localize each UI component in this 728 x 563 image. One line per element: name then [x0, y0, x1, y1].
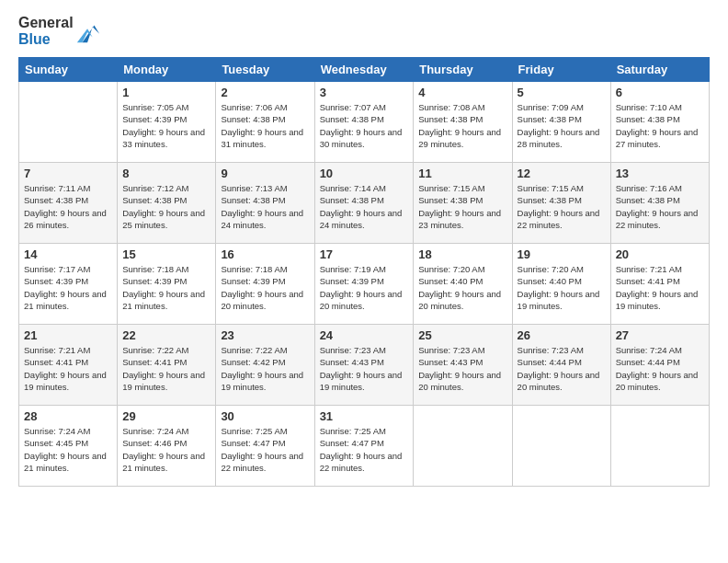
day-info: Sunrise: 7:15 AMSunset: 4:38 PMDaylight:…	[518, 182, 606, 231]
calendar-cell: 24Sunrise: 7:23 AMSunset: 4:43 PMDayligh…	[314, 325, 414, 406]
calendar-cell: 12Sunrise: 7:15 AMSunset: 4:38 PMDayligh…	[512, 163, 610, 244]
calendar-cell: 5Sunrise: 7:09 AMSunset: 4:38 PMDaylight…	[512, 82, 610, 163]
day-number: 7	[24, 167, 112, 180]
calendar-cell: 21Sunrise: 7:21 AMSunset: 4:41 PMDayligh…	[19, 325, 118, 406]
calendar-day-header: Sunday	[19, 58, 118, 82]
logo: General Blue	[18, 15, 101, 48]
day-number: 15	[122, 247, 210, 261]
calendar-cell: 27Sunrise: 7:24 AMSunset: 4:44 PMDayligh…	[610, 325, 709, 406]
day-number: 1	[122, 86, 210, 99]
calendar-cell	[19, 82, 118, 163]
day-number: 29	[122, 409, 210, 423]
calendar-week-row: 21Sunrise: 7:21 AMSunset: 4:41 PMDayligh…	[19, 325, 710, 406]
calendar-week-row: 28Sunrise: 7:24 AMSunset: 4:45 PMDayligh…	[19, 406, 710, 487]
calendar-cell: 14Sunrise: 7:17 AMSunset: 4:39 PMDayligh…	[19, 244, 118, 325]
calendar-cell: 11Sunrise: 7:15 AMSunset: 4:38 PMDayligh…	[414, 163, 512, 244]
calendar-cell: 22Sunrise: 7:22 AMSunset: 4:41 PMDayligh…	[118, 325, 216, 406]
logo-icon	[75, 18, 101, 44]
day-number: 23	[221, 328, 309, 342]
calendar-cell: 8Sunrise: 7:12 AMSunset: 4:38 PMDaylight…	[118, 163, 216, 244]
day-number: 4	[418, 86, 506, 99]
calendar-day-header: Thursday	[414, 58, 512, 82]
day-info: Sunrise: 7:12 AMSunset: 4:38 PMDaylight:…	[122, 182, 210, 231]
logo-general: General	[18, 15, 74, 31]
day-number: 5	[518, 86, 606, 99]
calendar-cell: 4Sunrise: 7:08 AMSunset: 4:38 PMDaylight…	[414, 82, 512, 163]
day-number: 6	[616, 86, 704, 99]
logo-blue: Blue	[18, 31, 74, 48]
calendar-cell: 29Sunrise: 7:24 AMSunset: 4:46 PMDayligh…	[118, 406, 216, 487]
calendar-cell: 17Sunrise: 7:19 AMSunset: 4:39 PMDayligh…	[314, 244, 414, 325]
day-number: 10	[320, 167, 409, 180]
calendar-cell	[414, 406, 512, 487]
day-number: 9	[221, 167, 309, 180]
day-info: Sunrise: 7:19 AMSunset: 4:39 PMDaylight:…	[320, 263, 409, 312]
calendar-day-header: Wednesday	[314, 58, 414, 82]
calendar-week-row: 7Sunrise: 7:11 AMSunset: 4:38 PMDaylight…	[19, 163, 710, 244]
calendar-cell: 28Sunrise: 7:24 AMSunset: 4:45 PMDayligh…	[19, 406, 118, 487]
calendar-cell: 1Sunrise: 7:05 AMSunset: 4:39 PMDaylight…	[118, 82, 216, 163]
day-number: 19	[518, 247, 606, 261]
calendar-cell: 10Sunrise: 7:14 AMSunset: 4:38 PMDayligh…	[314, 163, 414, 244]
day-number: 21	[24, 328, 112, 342]
day-info: Sunrise: 7:10 AMSunset: 4:38 PMDaylight:…	[616, 101, 704, 150]
calendar-week-row: 1Sunrise: 7:05 AMSunset: 4:39 PMDaylight…	[19, 82, 710, 163]
day-info: Sunrise: 7:21 AMSunset: 4:41 PMDaylight:…	[616, 263, 704, 312]
day-number: 13	[616, 167, 704, 180]
day-info: Sunrise: 7:24 AMSunset: 4:44 PMDaylight:…	[616, 344, 704, 393]
day-number: 14	[24, 247, 112, 261]
day-number: 17	[320, 247, 409, 261]
day-info: Sunrise: 7:24 AMSunset: 4:46 PMDaylight:…	[122, 425, 210, 474]
main-container: General Blue SundayMondayTuesdayWednesda…	[0, 0, 728, 563]
calendar-cell: 20Sunrise: 7:21 AMSunset: 4:41 PMDayligh…	[610, 244, 709, 325]
day-info: Sunrise: 7:05 AMSunset: 4:39 PMDaylight:…	[122, 101, 210, 150]
day-number: 8	[122, 167, 210, 180]
day-info: Sunrise: 7:23 AMSunset: 4:43 PMDaylight:…	[320, 344, 409, 393]
calendar-cell: 16Sunrise: 7:18 AMSunset: 4:39 PMDayligh…	[216, 244, 314, 325]
day-info: Sunrise: 7:25 AMSunset: 4:47 PMDaylight:…	[221, 425, 309, 474]
day-number: 26	[518, 328, 606, 342]
day-number: 30	[221, 409, 309, 423]
day-info: Sunrise: 7:14 AMSunset: 4:38 PMDaylight:…	[320, 182, 409, 231]
day-number: 25	[418, 328, 506, 342]
calendar-cell	[512, 406, 610, 487]
day-number: 28	[24, 409, 112, 423]
calendar-cell: 7Sunrise: 7:11 AMSunset: 4:38 PMDaylight…	[19, 163, 118, 244]
calendar-cell: 31Sunrise: 7:25 AMSunset: 4:47 PMDayligh…	[314, 406, 414, 487]
day-info: Sunrise: 7:22 AMSunset: 4:41 PMDaylight:…	[122, 344, 210, 393]
day-info: Sunrise: 7:06 AMSunset: 4:38 PMDaylight:…	[221, 101, 309, 150]
day-number: 27	[616, 328, 704, 342]
day-info: Sunrise: 7:15 AMSunset: 4:38 PMDaylight:…	[418, 182, 506, 231]
day-info: Sunrise: 7:21 AMSunset: 4:41 PMDaylight:…	[24, 344, 112, 393]
calendar-cell: 6Sunrise: 7:10 AMSunset: 4:38 PMDaylight…	[610, 82, 709, 163]
calendar-day-header: Saturday	[610, 58, 709, 82]
day-info: Sunrise: 7:17 AMSunset: 4:39 PMDaylight:…	[24, 263, 112, 312]
day-number: 16	[221, 247, 309, 261]
calendar-day-header: Friday	[512, 58, 610, 82]
calendar-cell: 18Sunrise: 7:20 AMSunset: 4:40 PMDayligh…	[414, 244, 512, 325]
calendar-cell	[610, 406, 709, 487]
day-info: Sunrise: 7:23 AMSunset: 4:43 PMDaylight:…	[418, 344, 506, 393]
day-info: Sunrise: 7:20 AMSunset: 4:40 PMDaylight:…	[418, 263, 506, 312]
calendar-header-row: SundayMondayTuesdayWednesdayThursdayFrid…	[19, 58, 710, 82]
day-number: 12	[518, 167, 606, 180]
calendar-cell: 15Sunrise: 7:18 AMSunset: 4:39 PMDayligh…	[118, 244, 216, 325]
day-info: Sunrise: 7:18 AMSunset: 4:39 PMDaylight:…	[221, 263, 309, 312]
calendar-cell: 30Sunrise: 7:25 AMSunset: 4:47 PMDayligh…	[216, 406, 314, 487]
day-info: Sunrise: 7:13 AMSunset: 4:38 PMDaylight:…	[221, 182, 309, 231]
day-info: Sunrise: 7:07 AMSunset: 4:38 PMDaylight:…	[320, 101, 409, 150]
calendar-cell: 2Sunrise: 7:06 AMSunset: 4:38 PMDaylight…	[216, 82, 314, 163]
day-info: Sunrise: 7:11 AMSunset: 4:38 PMDaylight:…	[24, 182, 112, 231]
day-number: 18	[418, 247, 506, 261]
calendar-cell: 25Sunrise: 7:23 AMSunset: 4:43 PMDayligh…	[414, 325, 512, 406]
header: General Blue	[18, 15, 710, 48]
day-info: Sunrise: 7:24 AMSunset: 4:45 PMDaylight:…	[24, 425, 112, 474]
calendar-cell: 13Sunrise: 7:16 AMSunset: 4:38 PMDayligh…	[610, 163, 709, 244]
calendar-day-header: Monday	[118, 58, 216, 82]
day-info: Sunrise: 7:23 AMSunset: 4:44 PMDaylight:…	[518, 344, 606, 393]
day-number: 22	[122, 328, 210, 342]
calendar-cell: 3Sunrise: 7:07 AMSunset: 4:38 PMDaylight…	[314, 82, 414, 163]
day-number: 24	[320, 328, 409, 342]
day-info: Sunrise: 7:25 AMSunset: 4:47 PMDaylight:…	[320, 425, 409, 474]
day-number: 31	[320, 409, 409, 423]
